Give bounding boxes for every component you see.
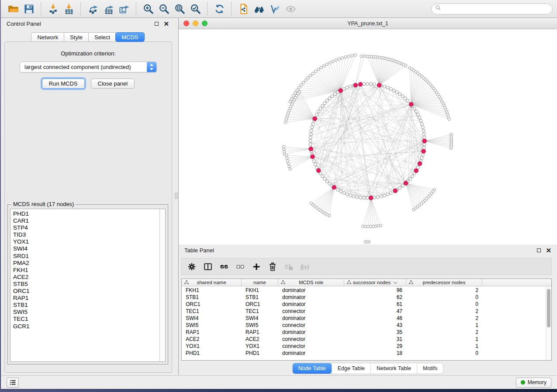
graph-node[interactable] bbox=[343, 192, 346, 195]
graph-node[interactable] bbox=[315, 113, 318, 116]
graph-node[interactable] bbox=[392, 89, 395, 92]
graph-node[interactable] bbox=[336, 188, 339, 191]
mcds-result-item[interactable]: STP4 bbox=[13, 224, 159, 231]
graph-leaf-node[interactable] bbox=[372, 225, 374, 228]
graph-node[interactable] bbox=[311, 126, 314, 129]
graph-mcds-node[interactable] bbox=[404, 181, 408, 186]
graph-leaf-node[interactable] bbox=[360, 55, 363, 58]
graph-node[interactable] bbox=[321, 175, 324, 178]
graph-node[interactable] bbox=[331, 95, 334, 98]
graph-node[interactable] bbox=[383, 85, 386, 88]
open-file-icon[interactable] bbox=[5, 1, 21, 16]
graph-mcds-node[interactable] bbox=[393, 189, 398, 193]
table-settings-icon[interactable] bbox=[185, 260, 198, 273]
graph-node[interactable] bbox=[386, 193, 389, 196]
graph-leaf-node[interactable] bbox=[344, 56, 347, 58]
graph-node[interactable] bbox=[369, 83, 372, 86]
graph-node[interactable] bbox=[309, 133, 312, 136]
graph-leaf-node[interactable] bbox=[289, 100, 291, 103]
table-row[interactable]: PHD1PHD1dominator180 bbox=[182, 350, 546, 357]
float-table-panel-icon[interactable] bbox=[537, 248, 541, 252]
mcds-result-item[interactable]: TEC1 bbox=[13, 316, 159, 323]
graph-node[interactable] bbox=[366, 196, 369, 199]
graph-leaf-node[interactable] bbox=[369, 225, 372, 228]
close-mcds-panel-button[interactable]: Close panel bbox=[91, 79, 135, 89]
graph-node[interactable] bbox=[349, 194, 352, 197]
mcds-result-item[interactable]: PHD1 bbox=[13, 210, 159, 217]
tab-style[interactable]: Style bbox=[64, 32, 89, 42]
graph-node[interactable] bbox=[389, 192, 392, 195]
graph-node[interactable] bbox=[418, 116, 421, 119]
search-network-icon[interactable] bbox=[251, 1, 267, 16]
tab-edge-table[interactable]: Edge Table bbox=[332, 363, 370, 374]
graph-leaf-node[interactable] bbox=[347, 55, 350, 58]
optimization-select[interactable]: largest connected component (undirected) bbox=[20, 62, 157, 72]
zoom-out-icon[interactable] bbox=[156, 1, 172, 16]
graph-node[interactable] bbox=[416, 113, 419, 116]
mcds-result-item[interactable]: STB1 bbox=[13, 302, 159, 309]
graph-node[interactable] bbox=[309, 136, 312, 139]
search-input[interactable] bbox=[443, 5, 549, 12]
graph-leaf-node[interactable] bbox=[351, 54, 353, 57]
graph-node[interactable] bbox=[314, 163, 317, 166]
column-header-name[interactable]: name bbox=[242, 279, 278, 286]
vizmapper-icon[interactable] bbox=[267, 1, 283, 16]
share-network-icon[interactable] bbox=[235, 1, 251, 16]
graph-leaf-node[interactable] bbox=[450, 147, 452, 150]
graph-node[interactable] bbox=[343, 87, 346, 90]
graph-leaf-node[interactable] bbox=[287, 162, 290, 165]
table-scrollbar-thumb[interactable] bbox=[547, 289, 550, 327]
mcds-result-item[interactable]: FKH1 bbox=[13, 267, 159, 274]
graph-node[interactable] bbox=[317, 110, 320, 113]
run-mcds-button[interactable]: Run MCDS bbox=[42, 79, 85, 89]
graph-node[interactable] bbox=[319, 107, 322, 110]
split-panel-icon[interactable] bbox=[201, 260, 214, 273]
graph-node[interactable] bbox=[323, 102, 326, 105]
graph-leaf-node[interactable] bbox=[323, 65, 325, 67]
graph-leaf-node[interactable] bbox=[448, 118, 450, 120]
graph-node[interactable] bbox=[383, 194, 386, 197]
graph-node[interactable] bbox=[376, 196, 379, 199]
column-header-successor-nodes[interactable]: successor nodes bbox=[344, 279, 406, 286]
graph-leaf-node[interactable] bbox=[317, 68, 320, 71]
export-table-icon[interactable] bbox=[100, 1, 116, 16]
graph-leaf-node[interactable] bbox=[298, 90, 301, 93]
graph-leaf-node[interactable] bbox=[405, 65, 407, 67]
graph-node[interactable] bbox=[421, 126, 424, 129]
export-image-icon[interactable] bbox=[116, 1, 132, 16]
graph-leaf-node[interactable] bbox=[332, 60, 334, 63]
graph-node[interactable] bbox=[421, 153, 424, 156]
graph-leaf-node[interactable] bbox=[363, 55, 366, 57]
graph-leaf-node[interactable] bbox=[310, 202, 312, 205]
mcds-result-item[interactable]: SWI4 bbox=[13, 245, 159, 252]
graph-node[interactable] bbox=[413, 107, 416, 110]
tab-network[interactable]: Network bbox=[31, 32, 64, 42]
select-all-icon[interactable] bbox=[218, 260, 231, 273]
table-scrollbar[interactable] bbox=[546, 287, 551, 360]
graph-mcds-node[interactable] bbox=[358, 82, 363, 86]
graph-node[interactable] bbox=[419, 119, 422, 122]
graph-leaf-node[interactable] bbox=[288, 165, 291, 168]
graph-leaf-node[interactable] bbox=[296, 89, 298, 92]
graph-node[interactable] bbox=[380, 195, 383, 198]
graph-leaf-node[interactable] bbox=[298, 86, 300, 89]
graph-leaf-node[interactable] bbox=[309, 74, 312, 77]
mcds-result-item[interactable]: RAP1 bbox=[13, 295, 159, 302]
graph-leaf-node[interactable] bbox=[294, 92, 296, 94]
graph-leaf-node[interactable] bbox=[292, 94, 294, 97]
mcds-result-item[interactable]: ORC1 bbox=[13, 288, 159, 295]
close-window-icon[interactable] bbox=[183, 21, 189, 26]
mcds-result-item[interactable]: YOX1 bbox=[13, 238, 159, 245]
graph-leaf-node[interactable] bbox=[364, 225, 367, 228]
graph-node[interactable] bbox=[423, 136, 426, 139]
graph-node[interactable] bbox=[398, 186, 401, 189]
vertical-splitter-handle[interactable] bbox=[175, 193, 178, 199]
column-header-MCDS-role[interactable]: MCDS role bbox=[278, 279, 344, 286]
graph-node[interactable] bbox=[389, 87, 392, 90]
graph-mcds-node[interactable] bbox=[309, 147, 313, 151]
tab-node-table[interactable]: Node Table bbox=[293, 363, 332, 374]
mcds-result-item[interactable]: PMA2 bbox=[13, 260, 159, 267]
graph-node[interactable] bbox=[422, 146, 426, 149]
mcds-result-item[interactable]: TID3 bbox=[13, 231, 159, 238]
deselect-all-icon[interactable] bbox=[234, 260, 247, 273]
